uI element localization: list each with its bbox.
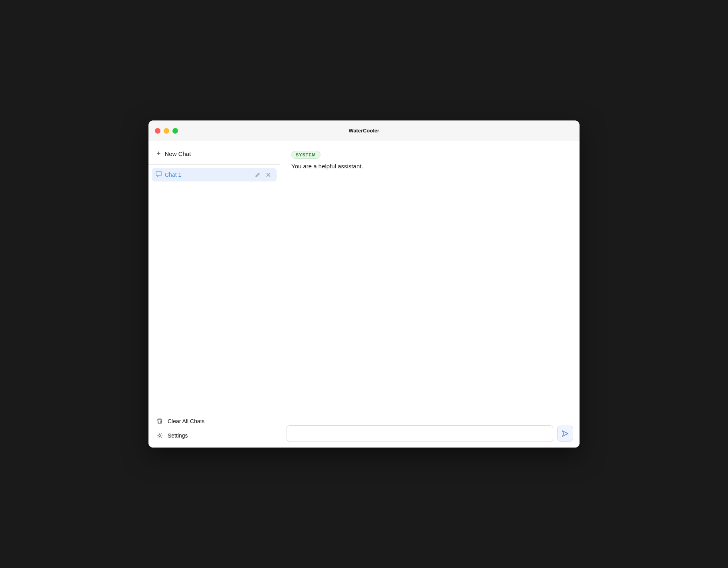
chat-area: SYSTEM You are a helpful assistant. (280, 141, 580, 420)
sidebar: + New Chat Chat 1 (148, 141, 280, 448)
edit-chat-button[interactable] (253, 172, 262, 178)
message-input[interactable] (287, 425, 553, 442)
app-window: WaterCooler + New Chat Chat 1 (148, 120, 580, 448)
trash-icon (156, 418, 163, 424)
plus-icon: + (156, 150, 161, 157)
gear-icon (156, 432, 163, 439)
send-button[interactable] (557, 426, 573, 442)
clear-all-chats-label: Clear All Chats (168, 418, 205, 424)
delete-chat-button[interactable] (264, 172, 273, 178)
chat-list-item[interactable]: Chat 1 (152, 168, 277, 181)
send-icon (562, 430, 569, 437)
new-chat-button[interactable]: + New Chat (155, 148, 273, 160)
clear-all-chats-button[interactable]: Clear All Chats (152, 414, 277, 428)
sidebar-top: + New Chat (148, 141, 280, 165)
system-text: You are a helpful assistant. (291, 162, 568, 171)
sidebar-bottom: Clear All Chats Settings (148, 409, 280, 448)
window-title: WaterCooler (349, 128, 380, 134)
chat-list: Chat 1 (148, 165, 280, 409)
titlebar: WaterCooler (148, 120, 580, 141)
app-body: + New Chat Chat 1 (148, 141, 580, 448)
input-area (280, 420, 580, 448)
traffic-lights (155, 128, 178, 134)
settings-label: Settings (168, 432, 188, 439)
chat-item-actions (253, 172, 273, 178)
svg-point-2 (159, 435, 161, 437)
chat-item-name: Chat 1 (165, 172, 250, 178)
new-chat-label: New Chat (165, 150, 191, 157)
system-badge: SYSTEM (291, 151, 320, 159)
chat-bubble-icon (156, 171, 162, 178)
main-content: SYSTEM You are a helpful assistant. (280, 141, 580, 448)
settings-button[interactable]: Settings (152, 428, 277, 443)
close-button[interactable] (155, 128, 160, 134)
minimize-button[interactable] (164, 128, 169, 134)
system-message: SYSTEM You are a helpful assistant. (291, 151, 568, 171)
maximize-button[interactable] (172, 128, 178, 134)
